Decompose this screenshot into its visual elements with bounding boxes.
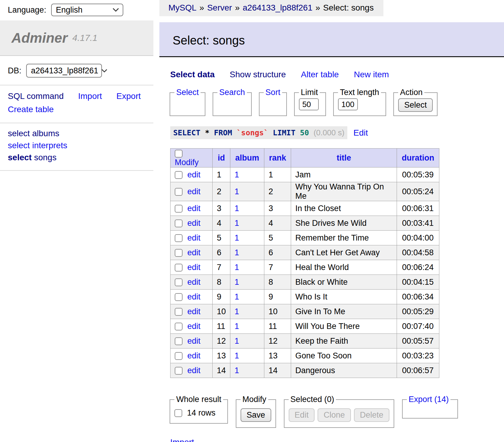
album-link[interactable]: 1: [235, 263, 239, 272]
title-sort-link[interactable]: title: [337, 153, 351, 162]
row-checkbox[interactable]: [175, 308, 183, 316]
album-link[interactable]: 1: [235, 233, 239, 242]
album-link[interactable]: 1: [235, 351, 239, 360]
sql-query-code: SELECT * FROM `songs` LIMIT 50 (0.000 s): [170, 126, 347, 139]
album-link[interactable]: 1: [235, 219, 239, 228]
album-link[interactable]: 1: [235, 204, 239, 213]
column-header-album: album: [230, 149, 264, 167]
select-albums-link[interactable]: select: [8, 129, 30, 138]
edit-link[interactable]: edit: [187, 307, 201, 316]
duration-cell: 00:04:58: [397, 245, 439, 260]
language-row: Language: English: [0, 0, 153, 16]
row-checkbox[interactable]: [175, 264, 183, 272]
album-link[interactable]: 1: [235, 292, 239, 301]
row-checkbox[interactable]: [175, 367, 183, 375]
rank-cell: 13: [264, 348, 291, 363]
table-row: edit10110Give In To Me00:05:29: [171, 304, 439, 319]
album-link[interactable]: 1: [235, 366, 239, 375]
album-cell: 1: [230, 319, 264, 334]
edit-link[interactable]: edit: [187, 322, 201, 331]
id-cell: 5: [213, 231, 230, 245]
edit-link[interactable]: edit: [187, 187, 201, 196]
album-link[interactable]: 1: [235, 322, 239, 331]
modify-cell: edit: [171, 182, 213, 201]
select-button[interactable]: Select: [398, 98, 433, 112]
select-interprets-link[interactable]: select: [8, 141, 30, 150]
tab-select-data[interactable]: Select data: [170, 70, 215, 79]
select-songs-link[interactable]: select: [8, 153, 32, 162]
id-sort-link[interactable]: id: [218, 153, 225, 162]
tab-show-structure[interactable]: Show structure: [230, 70, 286, 79]
sort-link[interactable]: Sort: [266, 88, 281, 97]
album-sort-link[interactable]: album: [235, 153, 259, 162]
whole-result-checkbox[interactable]: [174, 409, 182, 417]
row-checkbox[interactable]: [175, 205, 183, 213]
row-count-label: 14 rows: [187, 408, 216, 418]
album-link[interactable]: 1: [235, 248, 239, 257]
row-checkbox[interactable]: [175, 188, 183, 196]
export-link[interactable]: Export (14): [409, 395, 449, 404]
row-checkbox[interactable]: [175, 219, 183, 227]
tab-alter-table[interactable]: Alter table: [301, 70, 339, 79]
search-link[interactable]: Search: [219, 88, 245, 97]
row-checkbox[interactable]: [175, 249, 183, 257]
edit-link[interactable]: edit: [187, 263, 201, 272]
sidebar-link-import[interactable]: Import: [78, 90, 102, 102]
db-select[interactable]: a264133_lp88f261: [26, 64, 102, 78]
row-checkbox[interactable]: [175, 352, 183, 360]
sql-star: *: [205, 128, 209, 137]
language-label: Language:: [8, 5, 46, 15]
album-cell: 1: [230, 201, 264, 216]
album-link[interactable]: 1: [235, 170, 239, 179]
select-columns-link[interactable]: Select: [176, 88, 199, 97]
sidebar-link-export[interactable]: Export: [116, 90, 141, 102]
select-all-checkbox[interactable]: [175, 150, 183, 158]
albums-table-link[interactable]: albums: [32, 129, 59, 138]
edit-link[interactable]: edit: [187, 336, 201, 345]
edit-link[interactable]: edit: [187, 292, 201, 301]
breadcrumb-mysql-link[interactable]: MySQL: [168, 3, 196, 12]
row-checkbox[interactable]: [175, 278, 183, 286]
language-select[interactable]: English: [51, 4, 123, 16]
duration-sort-link[interactable]: duration: [402, 153, 434, 162]
breadcrumb-separator: »: [199, 3, 204, 12]
modify-cell: edit: [171, 290, 213, 304]
sidebar-link-create-table[interactable]: Create table: [8, 103, 54, 115]
sidebar-item-songs: select songs: [8, 152, 146, 164]
import-link[interactable]: Import: [170, 437, 194, 442]
songs-table-link[interactable]: songs: [34, 153, 57, 162]
interprets-table-link[interactable]: interprets: [32, 141, 67, 150]
row-checkbox[interactable]: [175, 234, 183, 242]
edit-link[interactable]: edit: [187, 233, 201, 242]
row-checkbox[interactable]: [175, 293, 183, 301]
row-checkbox[interactable]: [175, 323, 183, 330]
breadcrumb-database-link[interactable]: a264133_lp88f261: [243, 3, 312, 12]
breadcrumb-separator: »: [315, 3, 320, 12]
rank-sort-link[interactable]: rank: [269, 153, 286, 162]
breadcrumb-server-link[interactable]: Server: [207, 3, 232, 12]
rank-cell: 5: [264, 231, 291, 245]
album-cell: 1: [230, 245, 264, 260]
album-link[interactable]: 1: [235, 278, 239, 287]
edit-link[interactable]: edit: [187, 219, 201, 228]
save-button[interactable]: Save: [241, 408, 271, 422]
edit-query-link[interactable]: Edit: [353, 128, 368, 138]
album-link[interactable]: 1: [235, 336, 239, 345]
row-checkbox[interactable]: [175, 171, 183, 179]
edit-link[interactable]: edit: [187, 170, 201, 179]
table-row: edit414She Drives Me Wild00:03:41: [171, 216, 439, 231]
limit-input[interactable]: [299, 98, 319, 110]
edit-link[interactable]: edit: [187, 366, 201, 375]
edit-link[interactable]: edit: [187, 351, 201, 360]
row-checkbox[interactable]: [175, 337, 183, 345]
edit-link[interactable]: edit: [187, 204, 201, 213]
modify-header-link[interactable]: Modify: [175, 158, 199, 167]
text-length-input[interactable]: [338, 98, 358, 110]
tab-new-item[interactable]: New item: [354, 70, 389, 79]
album-link[interactable]: 1: [235, 307, 239, 316]
sidebar-link-sql-command[interactable]: SQL command: [8, 90, 64, 102]
edit-link[interactable]: edit: [187, 278, 201, 287]
album-link[interactable]: 1: [235, 187, 239, 196]
duration-cell: 00:05:29: [397, 304, 439, 319]
edit-link[interactable]: edit: [187, 248, 201, 257]
